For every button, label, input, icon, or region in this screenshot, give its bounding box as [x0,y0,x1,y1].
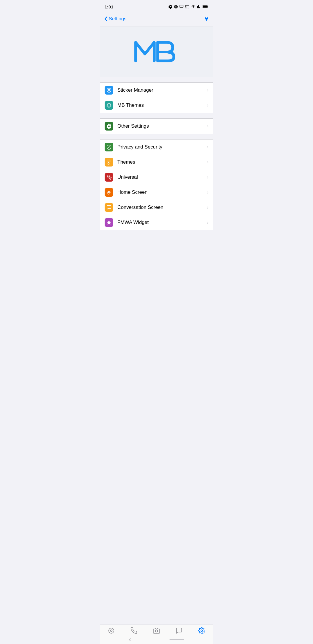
fmwa-widget-icon [105,218,113,227]
other-settings-label: Other Settings [117,123,207,129]
other-settings-chevron: › [207,124,208,129]
wifi-icon [191,5,196,9]
whatsapp-icon [174,5,178,9]
fmwa-widget-label: FMWA Widget [117,220,207,225]
other-settings-item[interactable]: Other Settings › [100,119,213,134]
privacy-security-icon [105,143,113,151]
status-bar: 1:01 [100,0,213,13]
chat-bubble-icon [106,205,112,210]
section-3: Privacy and Security › Themes › Universa… [100,139,213,230]
privacy-security-label: Privacy and Security [117,144,207,150]
battery-icon [203,5,208,8]
svg-point-8 [108,207,109,207]
conversation-screen-icon [105,203,113,212]
back-label: Settings [109,16,126,22]
svg-rect-3 [208,6,208,7]
home-screen-chevron: › [207,190,208,195]
shield-check-icon [106,144,112,150]
fmwa-widget-item[interactable]: FMWA Widget › [100,215,213,230]
box-icon [106,103,112,108]
nav-bar: Settings ♥ [100,13,213,26]
svg-rect-7 [108,163,109,164]
svg-point-10 [110,207,110,207]
universal-chevron: › [207,175,208,180]
logo-area [100,26,213,77]
sticker-manager-icon [105,86,113,95]
conversation-screen-chevron: › [207,205,208,210]
section-2: Other Settings › [100,118,213,134]
settings-gear-icon [168,5,172,9]
mb-themes-item[interactable]: MB Themes › [100,98,213,113]
sticker-manager-label: Sticker Manager [117,87,207,93]
back-button[interactable]: Settings [105,16,126,22]
status-time: 1:01 [105,4,113,9]
conversation-screen-label: Conversation Screen [117,205,207,210]
screen-record-icon [179,5,183,9]
universal-item[interactable]: Universal › [100,170,213,185]
home-screen-label: Home Screen [117,189,207,195]
sticker-icon [106,88,112,93]
universal-icon [105,173,113,182]
signal-icon [197,5,201,9]
conversation-screen-item[interactable]: Conversation Screen › [100,200,213,215]
svg-rect-1 [180,5,183,8]
star-icon [106,220,112,225]
heart-button[interactable]: ♥ [205,15,208,23]
sticker-manager-chevron: › [207,88,208,93]
gear-icon [106,124,112,129]
privacy-security-chevron: › [207,144,208,150]
back-chevron-icon [105,17,108,21]
paint-roller-icon [106,160,112,165]
privacy-security-item[interactable]: Privacy and Security › [100,140,213,155]
home-screen-icon [105,188,113,197]
themes-label: Themes [117,159,207,165]
themes-chevron: › [207,160,208,165]
fmwa-widget-chevron: › [207,220,208,225]
status-icons [168,5,208,9]
svg-rect-6 [107,160,110,162]
sticker-manager-item[interactable]: Sticker Manager › [100,83,213,98]
main-content: Sticker Manager › MB Themes › Other Sett… [100,26,213,270]
svg-point-9 [109,207,109,207]
app-logo [133,36,180,68]
cast-icon [185,5,190,9]
home-screen-item[interactable]: Home Screen › [100,185,213,200]
universal-label: Universal [117,174,207,180]
section-1: Sticker Manager › MB Themes › [100,82,213,113]
themes-icon [105,158,113,167]
finger-touch-icon [106,190,112,195]
mb-themes-icon [105,101,113,110]
svg-point-5 [107,88,111,92]
other-settings-icon [105,122,113,131]
svg-rect-4 [203,6,207,8]
mb-themes-label: MB Themes [117,102,207,108]
mb-themes-chevron: › [207,103,208,108]
tools-icon [106,175,112,180]
themes-item[interactable]: Themes › [100,155,213,170]
